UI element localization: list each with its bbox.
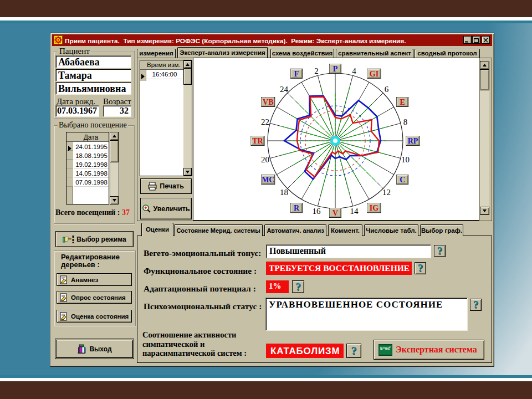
svg-text:C: C [400, 176, 405, 184]
svg-text:4: 4 [352, 66, 356, 75]
svg-text:20: 20 [261, 155, 269, 164]
svg-text:GI: GI [370, 70, 378, 78]
svg-text:R: R [294, 204, 300, 212]
svg-text:14: 14 [350, 207, 359, 216]
svg-text:2: 2 [314, 66, 319, 75]
svg-text:2: 2 [389, 345, 391, 349]
svg-text:8: 8 [403, 117, 408, 126]
svg-text:V: V [332, 209, 338, 217]
svg-text:E: E [400, 98, 405, 106]
svg-text:F: F [294, 70, 299, 78]
svg-text:6: 6 [385, 85, 389, 94]
svg-text:MC: MC [262, 176, 274, 184]
svg-text:16: 16 [313, 207, 321, 216]
svg-text:12: 12 [382, 188, 391, 197]
svg-text:VB: VB [263, 98, 273, 106]
svg-text:P: P [333, 65, 338, 73]
svg-text:IG: IG [370, 204, 378, 212]
svg-text:TR: TR [252, 137, 263, 145]
svg-text:22: 22 [261, 117, 269, 126]
svg-text:24: 24 [280, 85, 289, 94]
svg-text:10: 10 [401, 155, 410, 164]
svg-text:18: 18 [280, 188, 288, 197]
svg-text:RP: RP [408, 137, 418, 145]
